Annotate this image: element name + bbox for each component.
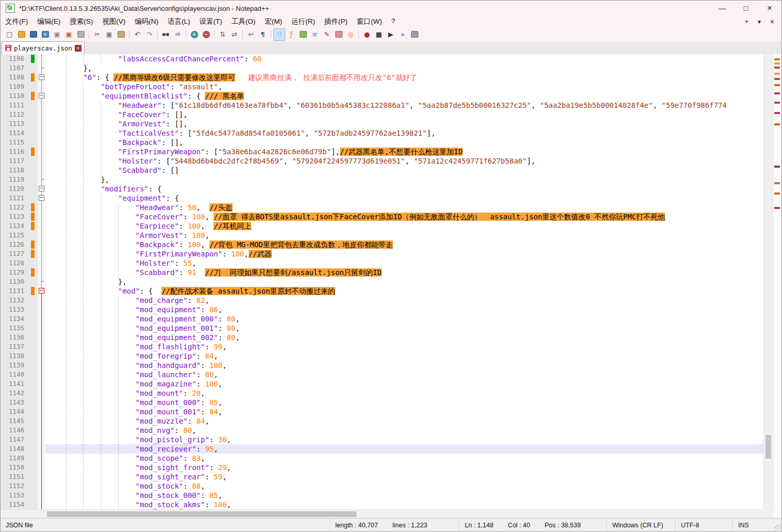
line-number[interactable]: 1120 — [1, 184, 29, 194]
cut-icon[interactable]: ✂ — [91, 28, 103, 41]
change-marker-margin[interactable] — [29, 231, 38, 240]
code-text[interactable]: "Holster": ["5448bd6b4bdc2dfc2f8b4569", … — [45, 156, 765, 166]
replace-icon[interactable]: ab — [172, 28, 184, 41]
line-number[interactable]: 1139 — [1, 361, 29, 370]
code-text[interactable]: "Backpack": 100, //背包 MG-MOD里把背包去重改成负数，地… — [45, 240, 765, 249]
code-text[interactable]: "mod_sight_front": 29, — [45, 463, 765, 472]
menu-tools[interactable]: 工具(O) — [227, 16, 260, 27]
change-marker-margin[interactable] — [29, 240, 38, 249]
paste-icon[interactable] — [115, 28, 127, 41]
line-number[interactable]: 1112 — [1, 110, 29, 119]
line-number[interactable]: 1121 — [1, 194, 29, 203]
close-button[interactable]: × — [758, 1, 781, 16]
change-marker-margin[interactable] — [29, 249, 38, 259]
line-number[interactable]: 1153 — [1, 491, 29, 500]
code-text[interactable]: "FaceCover": [], — [45, 110, 765, 119]
line-number[interactable]: 1151 — [1, 472, 29, 481]
line-number[interactable]: 1142 — [1, 389, 29, 398]
line-number[interactable]: 1149 — [1, 454, 29, 463]
change-marker-margin[interactable] — [29, 63, 38, 73]
code-text[interactable]: "labsAccessCardChancePercent": 60 — [45, 54, 765, 63]
change-marker-margin[interactable] — [29, 407, 38, 416]
code-text[interactable]: "equipmentBlacklist": { /// 黑名单 — [45, 91, 765, 101]
zoom-in-icon[interactable]: + — [188, 28, 200, 41]
copy-icon[interactable]: ▣ — [103, 28, 115, 41]
code-text[interactable]: "Earpiece": 100, //耳机同上 — [45, 221, 765, 231]
show-indent-guide-icon[interactable]: ┆┆ — [273, 28, 285, 41]
menu-run[interactable]: 运行(R) — [287, 16, 320, 27]
line-number[interactable]: 1109 — [1, 82, 29, 91]
change-marker-margin[interactable] — [29, 194, 38, 203]
change-marker-margin[interactable] — [29, 454, 38, 463]
macro-run-multiple-icon[interactable]: » — [397, 28, 409, 41]
code-text[interactable]: "mod_sight_rear": 59, — [45, 472, 765, 481]
change-marker-margin[interactable] — [29, 166, 38, 175]
change-marker-margin[interactable] — [29, 398, 38, 407]
line-number[interactable]: 1122 — [1, 203, 29, 212]
line-number[interactable]: 1134 — [1, 314, 29, 324]
change-marker-margin[interactable] — [29, 184, 38, 194]
line-number[interactable]: 1133 — [1, 305, 29, 314]
save-icon[interactable] — [27, 28, 39, 41]
line-number[interactable]: 1135 — [1, 324, 29, 333]
code-text[interactable]: "ArmorVest": [], — [45, 119, 765, 128]
tab-close-icon[interactable]: × — [75, 45, 82, 52]
line-number[interactable]: 1146 — [1, 426, 29, 435]
change-marker-margin[interactable] — [29, 491, 38, 500]
new-tab-button[interactable]: + — [745, 18, 748, 25]
line-number[interactable]: 1132 — [1, 296, 29, 305]
change-marker-margin[interactable] — [29, 82, 38, 91]
line-number[interactable]: 1123 — [1, 212, 29, 221]
change-marker-margin[interactable] — [29, 481, 38, 491]
change-marker-margin[interactable] — [29, 175, 38, 184]
resize-grip[interactable] — [774, 524, 781, 531]
change-marker-margin[interactable] — [29, 91, 38, 101]
code-text[interactable]: }, — [45, 277, 765, 286]
change-marker-margin[interactable] — [29, 342, 38, 351]
horizontal-scrollbar-thumb[interactable] — [47, 511, 356, 517]
line-number[interactable]: 1143 — [1, 398, 29, 407]
line-number[interactable]: 1127 — [1, 249, 29, 259]
change-marker-margin[interactable] — [29, 286, 38, 296]
find-icon[interactable]: ●● — [160, 28, 172, 41]
line-number[interactable]: 1129 — [1, 268, 29, 277]
vertical-scrollbar[interactable] — [763, 54, 773, 509]
code-text[interactable]: "FaceCover": 100, //面罩 得去BOTS里assault.js… — [45, 212, 765, 221]
line-number[interactable]: 1145 — [1, 416, 29, 426]
tab-list-dropdown-icon[interactable]: ▼ — [757, 19, 762, 25]
line-number[interactable]: 1141 — [1, 379, 29, 389]
code-text[interactable]: "mod_handguard": 100, — [45, 361, 765, 370]
code-text[interactable]: "mod_launcher": 80, — [45, 370, 765, 379]
code-text[interactable]: "mod_stock_akms": 100, — [45, 500, 765, 509]
change-marker-margin[interactable] — [29, 296, 38, 305]
fold-collapse-icon[interactable] — [39, 74, 44, 80]
line-number[interactable]: 1126 — [1, 240, 29, 249]
change-marker-margin[interactable] — [29, 435, 38, 444]
line-number[interactable]: 1131 — [1, 286, 29, 296]
change-marker-margin[interactable] — [29, 73, 38, 82]
code-text[interactable]: "mod_nvg": 80, — [45, 426, 765, 435]
zoom-out-icon[interactable]: − — [200, 28, 212, 41]
change-marker-margin[interactable] — [29, 305, 38, 314]
line-number[interactable]: 1138 — [1, 351, 29, 361]
code-text[interactable]: "Holster": 55, — [45, 259, 765, 268]
fold-margin[interactable] — [38, 73, 45, 82]
change-marker-margin[interactable] — [29, 128, 38, 138]
change-marker-margin[interactable] — [29, 147, 38, 156]
change-marker-margin[interactable] — [29, 259, 38, 268]
line-number[interactable]: 1108 — [1, 73, 29, 82]
fold-margin[interactable] — [38, 194, 45, 203]
line-number[interactable]: 1137 — [1, 342, 29, 351]
menu-plugins[interactable]: 插件(P) — [320, 16, 352, 27]
code-text[interactable]: "FirstPrimaryWeapon": 100,//武器 — [45, 249, 765, 259]
line-number[interactable]: 1152 — [1, 481, 29, 491]
change-marker-margin[interactable] — [29, 277, 38, 286]
document-list-icon[interactable]: ≡ — [309, 28, 321, 41]
code-text[interactable]: "Scabbard": [] — [45, 166, 765, 175]
line-number[interactable]: 1110 — [1, 91, 29, 101]
change-marker-margin[interactable] — [29, 203, 38, 212]
maximize-button[interactable]: □ — [734, 1, 758, 16]
print-icon[interactable] — [75, 28, 87, 41]
menu-help[interactable]: ? — [386, 16, 400, 27]
fold-collapse-icon[interactable] — [39, 195, 44, 201]
